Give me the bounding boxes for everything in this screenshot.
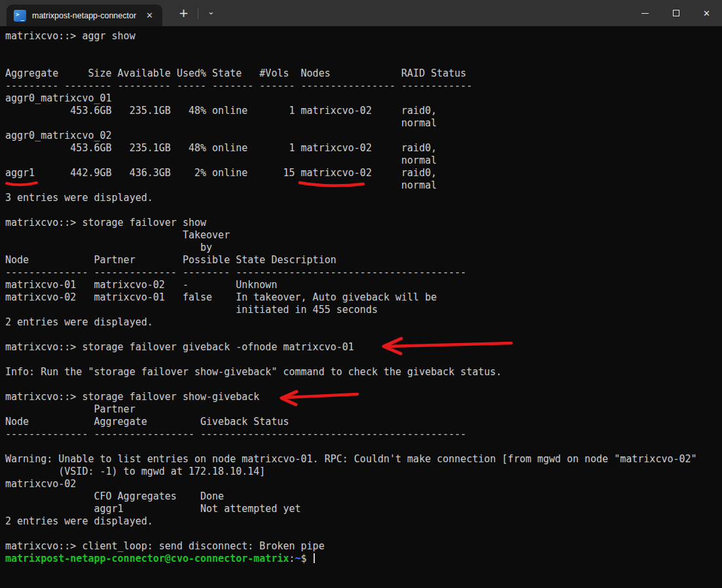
minimize-icon [641,13,649,14]
terminal-line: matrixcvo::> storage failover giveback -… [5,341,722,354]
window-controls: ✕ [630,0,722,26]
terminal-line: initiated in 455 seconds [5,304,722,316]
terminal-line: normal [5,179,722,192]
terminal-line: Partner [5,403,722,416]
new-tab-button[interactable]: + [176,7,191,19]
terminal-line: Info: Run the "storage failover show-giv… [5,366,722,378]
terminal-line: 453.6GB 235.1GB 48% online 1 matrixcvo-0… [5,105,722,117]
terminal-line [5,55,722,67]
terminal-line [5,378,722,391]
terminal-line [5,204,722,217]
terminal-line: normal [5,117,722,130]
terminal-output[interactable]: matrixcvo::> aggr show Aggregate Size Av… [0,26,722,588]
shell-prompt: matrixpost-netapp-connector@cvo-connecto… [5,553,722,565]
terminal-line: matrixcvo::> storage failover show-giveb… [5,391,722,403]
prompt-separator: : [289,553,295,564]
terminal-line [5,354,722,366]
terminal-line: Node Aggregate Giveback Status [5,416,722,428]
tab-matrixpost-netapp-connector[interactable]: > _ matrixpost-netapp-connector ✕ [7,5,162,26]
terminal-line: -------------- -------------- -------- -… [5,266,722,279]
maximize-button[interactable] [660,0,691,26]
terminal-line: -------------- ----------------- -------… [5,428,722,441]
terminal-line: CFO Aggregates Done [5,490,722,503]
terminal-line: 2 entries were displayed. [5,515,722,528]
terminal-line: aggr1 442.9GB 436.3GB 2% online 15 matri… [5,167,722,179]
terminal-line: 453.6GB 235.1GB 48% online 1 matrixcvo-0… [5,142,722,155]
terminal-line: matrixcvo::> storage failover show [5,217,722,229]
terminal-line: aggr0_matrixcvo_02 [5,130,722,142]
prompt-path: ~ [295,553,301,564]
terminal-line: Warning: Unable to list entries on node … [5,453,722,466]
powershell-icon-underscore: _ [21,14,24,21]
chevron-down-icon[interactable]: ⌄ [205,7,217,20]
terminal-line: (VSID: -1) to mgwd at 172.18.10.14] [5,466,722,478]
terminal-line: aggr1 Not attempted yet [5,503,722,515]
terminal-line: Node Partner Possible State Description [5,254,722,266]
powershell-icon: > _ [14,10,26,22]
terminal-line: matrixcvo-02 matrixcvo-01 false In takeo… [5,291,722,304]
titlebar: > _ matrixpost-netapp-connector ✕ + ⌄ ✕ [0,0,722,26]
terminal-line: matrixcvo-01 matrixcvo-02 - Unknown [5,279,722,291]
terminal-line: 2 entries were displayed. [5,316,722,329]
terminal-line: normal [5,155,722,167]
terminal-line: matrixcvo::> aggr show [5,30,722,43]
terminal-line [5,329,722,341]
powershell-icon-gt: > [16,11,19,18]
titlebar-divider [198,8,198,19]
close-button[interactable]: ✕ [691,0,722,26]
minimize-button[interactable] [630,0,660,26]
prompt-user-host: matrixpost-netapp-connector@cvo-connecto… [5,553,289,564]
tab-close-icon[interactable]: ✕ [143,9,156,22]
tab-title: matrixpost-netapp-connector [32,11,139,20]
terminal-line [5,43,722,55]
terminal-line: matrixcvo-02 [5,478,722,490]
terminal-line: by [5,242,722,254]
terminal-line: matrixcvo::> client_loop: send disconnec… [5,540,722,553]
text-cursor [314,553,315,563]
terminal-line: Takeover [5,229,722,242]
close-icon: ✕ [703,9,710,18]
terminal-line [5,441,722,453]
terminal-line: 3 entries were displayed. [5,192,722,204]
terminal-line: --------- -------- --------- ----- -----… [5,80,722,92]
terminal-line: Aggregate Size Available Used% State #Vo… [5,67,722,80]
terminal-line: aggr0_matrixcvo_01 [5,92,722,105]
maximize-icon [673,10,679,16]
terminal-window: > _ matrixpost-netapp-connector ✕ + ⌄ ✕ … [0,0,722,588]
terminal-line [5,528,722,540]
prompt-symbol: $ [301,553,307,564]
